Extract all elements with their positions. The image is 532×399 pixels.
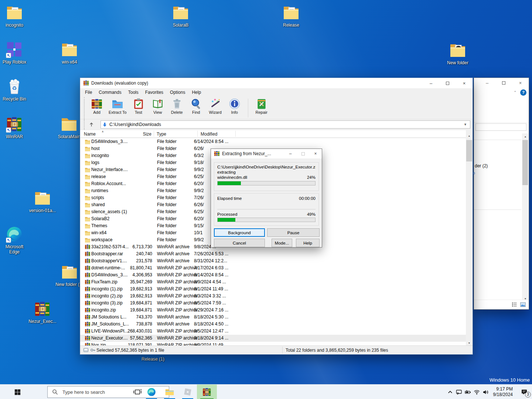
file-row-incognito-zip[interactable]: incognito.zip19,684,871WinRAR ZIP archiv… [80, 307, 467, 314]
explorer-scrollbar[interactable]: ▲ ▼ [522, 133, 528, 302]
file-row-ds4windows-3[interactable]: DS4Windows_3....File folder6/14/2024 8:5… [80, 138, 467, 145]
desktop-icon-new-folder[interactable]: New folder [443, 41, 473, 65]
desktop-icon-nezur-exec[interactable]: Nezur_Exec... [28, 300, 57, 324]
explorer-file-item-fragment[interactable]: der (2) [475, 163, 488, 168]
desktop-icon-recycle-bin[interactable]: ♻Recycle Bin [0, 78, 29, 102]
column-header-size[interactable]: Size [121, 132, 151, 137]
winrar-maximize-button[interactable] [439, 78, 456, 88]
file-row-incognito-2-zip[interactable]: incognito (2).zip19,682,913WinRAR ZIP ar… [80, 293, 467, 300]
desktop-icon-microsoft-edge[interactable]: ↖Microsoft Edge [0, 225, 29, 255]
column-header-type[interactable]: Type [157, 132, 166, 137]
explorer-maximize-button[interactable] [495, 78, 512, 88]
taskbar-roblox-button[interactable] [179, 385, 197, 399]
file-row-bootstrapperv1[interactable]: BootstrapperV1....231,578WinRAR archive8… [80, 258, 467, 265]
menu-file[interactable]: File [82, 89, 95, 96]
explorer-minimize-button[interactable]: – [479, 78, 495, 88]
wizard-button[interactable]: Wizard [206, 97, 225, 115]
address-combobox[interactable]: C:\Users\jjkind\Downloads ▼ [100, 120, 470, 129]
scroll-up-icon[interactable]: ▲ [466, 133, 473, 139]
cancel-button[interactable]: Cancel [214, 239, 265, 247]
info-button[interactable]: Info [225, 97, 244, 115]
column-header-modified[interactable]: Modified [201, 132, 217, 137]
winrar-minimize-button[interactable]: – [423, 78, 439, 88]
menu-commands[interactable]: Commands [95, 89, 125, 96]
test-button[interactable]: Test [129, 97, 148, 115]
file-row-incognito-3-zip[interactable]: incognito (3).zip19,684,871WinRAR ZIP ar… [80, 300, 467, 307]
edge-icon: ↖ [6, 225, 23, 243]
file-row-bootstrapper-rar[interactable]: Bootstrapper.rar240,740WinRAR archive7/2… [80, 250, 467, 258]
column-divider[interactable] [197, 131, 198, 137]
taskbar-file-explorer-button[interactable] [161, 385, 178, 399]
tray-chevron-up-icon[interactable] [446, 385, 455, 399]
desktop-icon-winrar[interactable]: ↖WinRAR [0, 115, 29, 139]
explorer-close-button[interactable]: × [512, 78, 529, 88]
mode-button[interactable]: Mode... [272, 239, 292, 247]
cast-icon[interactable] [455, 385, 464, 399]
menu-help[interactable]: Help [188, 89, 204, 96]
desktop-icon-play-roblox[interactable]: ↖Play Roblox [0, 41, 29, 65]
desktop-icon-release[interactable]: Release [276, 4, 306, 28]
desktop-icon-incognito[interactable]: incognito [0, 4, 29, 28]
wifi-icon[interactable] [473, 385, 481, 399]
details-view-icon[interactable] [512, 302, 517, 307]
desktop-icon-solaramain[interactable]: SolaraMain [54, 115, 84, 139]
cell-name: incognito [91, 153, 136, 158]
chevron-down-icon[interactable]: ▼ [462, 123, 468, 126]
action-center-button[interactable]: 3 [516, 385, 532, 399]
extract-to-button[interactable]: Extract To [106, 97, 129, 115]
thumbnail-view-icon[interactable] [520, 302, 526, 307]
column-divider[interactable] [154, 131, 154, 137]
winrar-titlebar[interactable]: Downloads (evaluation copy) – × [80, 78, 473, 88]
scrollbar-thumb[interactable] [466, 140, 472, 161]
file-row-nezur-executor[interactable]: Nezur_Executor....57,562,365WinRAR ZIP a… [80, 335, 467, 342]
desktop-icon-solarab[interactable]: SolaraB [166, 4, 195, 28]
scroll-up-icon[interactable]: ▲ [522, 133, 529, 140]
start-button[interactable] [9, 385, 26, 399]
file-row-ds4windows-3[interactable]: DS4Windows_3....4,306,953WinRAR ZIP arch… [80, 272, 467, 279]
file-row-fluxteam-zip[interactable]: FluxTeam.zip35,947,269WinRAR ZIP archive… [80, 279, 467, 286]
taskbar-winrar-button[interactable] [197, 385, 217, 399]
scrollbar-thumb[interactable] [522, 140, 528, 185]
add-button[interactable]: Add [87, 97, 106, 115]
repair-button[interactable]: Repair [252, 97, 271, 115]
help-button[interactable]: Help [296, 239, 320, 247]
find-button[interactable]: Find [187, 97, 206, 115]
file-list-scrollbar[interactable]: ▲ ▼ [466, 133, 473, 346]
battery-icon[interactable] [464, 385, 473, 399]
cell-modified: 10/1 [194, 230, 202, 235]
menu-tools[interactable]: Tools [125, 89, 142, 96]
desktop-icon-win-x64[interactable]: win-x64 [55, 41, 84, 65]
cell-modified: 8/18/2024 5:30 ... [194, 314, 228, 320]
winrar-close-button[interactable]: × [456, 78, 473, 88]
desktop-icon-version-01a[interactable]: version-01a... [28, 189, 57, 213]
rar-archive-icon [85, 307, 91, 313]
file-row-live-windowspl[interactable]: LIVE-WindowsPl...268,430,031WinRAR ZIP a… [80, 328, 467, 335]
cell-modified: 9/9/2 [194, 188, 204, 193]
delete-button[interactable]: Delete [167, 97, 187, 115]
menu-options[interactable]: Options [167, 89, 188, 96]
column-header-name[interactable]: Name [84, 132, 96, 137]
background-button[interactable]: Background [214, 228, 265, 237]
file-row-jm-soloutions-l[interactable]: JM_Soloutions_L...738,878WinRAR archive8… [80, 321, 467, 328]
up-directory-button[interactable] [87, 121, 95, 128]
file-row-jm-soloutions-l[interactable]: JM Soloutions L...743,370WinRAR archive8… [80, 314, 467, 321]
dialog-titlebar[interactable]: Extracting from Nezur_... – × [211, 149, 322, 158]
help-icon[interactable]: ? [520, 89, 526, 96]
file-row-dotnet-runtime[interactable]: dotnet-runtime-...81,800,741WinRAR ZIP a… [80, 265, 467, 272]
pause-button[interactable]: Pause [267, 228, 320, 237]
file-row-incognito-1-zip[interactable]: incognito (1).zip19,682,913WinRAR ZIP ar… [80, 286, 467, 293]
desktop-icon-label: Nezur_Exec... [28, 319, 57, 324]
dialog-minimize-button[interactable]: – [284, 149, 297, 158]
disk-icon [83, 347, 89, 354]
cell-type: File folder [157, 174, 177, 179]
explorer-search-box[interactable] [475, 123, 526, 131]
menu-favorites[interactable]: Favorites [142, 89, 167, 96]
column-divider[interactable] [235, 131, 236, 137]
taskbar-clock[interactable]: 9:17 PM 9/18/2024 [493, 386, 513, 398]
cell-type: WinRAR ZIP archive [157, 265, 198, 270]
dialog-close-button[interactable]: × [309, 149, 322, 158]
volume-icon[interactable] [481, 385, 490, 399]
ribbon-collapse-icon[interactable]: ⌃ [514, 91, 516, 94]
view-button[interactable]: View [148, 97, 167, 115]
taskbar-edge-button[interactable] [143, 385, 160, 399]
